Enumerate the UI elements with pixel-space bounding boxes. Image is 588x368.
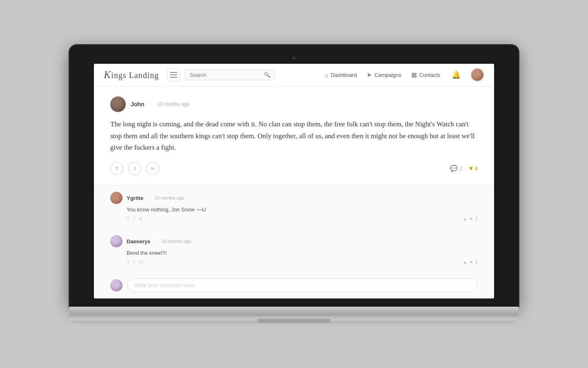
laptop-base <box>69 316 519 323</box>
twitter-share-button[interactable]: T <box>110 162 123 175</box>
post-card: John · 10 months ago The long night is c… <box>94 87 494 186</box>
daenerys-vote-count: 1 <box>475 259 478 265</box>
reaction-row: 💬 2 ♥ 4 <box>450 165 478 172</box>
campaigns-label: Campaigns <box>374 72 401 78</box>
daenerys-avatar <box>110 235 122 247</box>
ygritte-linkedin-icon[interactable]: in <box>139 216 143 222</box>
laptop-frame: Kings Landing 🔍 <box>69 45 519 323</box>
campaigns-link[interactable]: ➤ Campaigns <box>367 71 401 79</box>
hamburger-line-1 <box>170 72 177 73</box>
daenerys-twitter-icon[interactable]: T <box>127 259 129 265</box>
post-body: The long night is coming, and the dead c… <box>110 119 478 154</box>
ygritte-comment-time: 10 months ago <box>154 195 184 200</box>
contacts-icon: ▦ <box>411 71 417 79</box>
user-avatar[interactable] <box>470 68 484 82</box>
post-dot: · <box>150 101 151 107</box>
ygritte-twitter-icon[interactable]: T <box>127 216 129 222</box>
brand-name: Kings Landing <box>104 69 159 81</box>
search-container: 🔍 <box>185 70 275 80</box>
comment-header-2: Daenerys · 10 months ago <box>110 235 478 247</box>
brand-initial: K <box>104 69 111 81</box>
twitter-icon: T <box>115 166 118 172</box>
comment-item: Ygritte · 10 months ago You know nothing… <box>110 185 478 229</box>
write-comment-input[interactable] <box>127 278 478 292</box>
facebook-share-button[interactable]: f <box>128 162 141 175</box>
ygritte-upvote-button[interactable]: ▲ <box>463 216 468 221</box>
ygritte-downvote-button[interactable]: ▼ <box>469 216 473 221</box>
daenerys-comment-actions: T f in ▲ ▼ 1 <box>127 259 478 265</box>
ygritte-vote: ▲ ▼ 2 <box>463 216 478 222</box>
ygritte-facebook-icon[interactable]: f <box>134 216 135 222</box>
laptop-bottom <box>69 307 519 316</box>
daenerys-downvote-button[interactable]: ▼ <box>469 260 473 265</box>
comment-dot-1: · <box>148 195 149 201</box>
daenerys-comment-time: 10 months ago <box>162 239 192 244</box>
daenerys-facebook-icon[interactable]: f <box>134 259 135 265</box>
post-author-name: John <box>131 101 144 108</box>
write-comment-row <box>110 272 478 298</box>
comment-item: Daenerys · 10 months ago Bend the knee!!… <box>110 229 478 272</box>
hamburger-line-3 <box>170 77 177 78</box>
campaigns-icon: ➤ <box>367 71 372 79</box>
linkedin-icon: in <box>151 166 155 171</box>
heart-icon: ♥ <box>469 165 473 172</box>
ygritte-comment-text: You know nothing, Jon Snow ¬¬U <box>127 206 478 213</box>
hamburger-button[interactable] <box>167 68 180 81</box>
daenerys-vote: ▲ ▼ 1 <box>463 259 478 265</box>
navbar: Kings Landing 🔍 <box>94 64 494 87</box>
nav-links: ⌂ Dashboard ➤ Campaigns ▦ Contacts 🔔 <box>325 68 484 82</box>
app-container: Kings Landing 🔍 <box>94 64 494 299</box>
facebook-icon: f <box>134 166 136 172</box>
dashboard-label: Dashboard <box>331 72 357 78</box>
main-content: John · 10 months ago The long night is c… <box>94 87 494 299</box>
comment-bubble-icon: 💬 <box>450 165 458 172</box>
comment-count[interactable]: 💬 2 <box>450 165 463 172</box>
heart-count[interactable]: ♥ 4 <box>469 165 478 172</box>
daenerys-comment-text: Bend the knee!!!! <box>127 250 478 256</box>
screen-bezel: Kings Landing 🔍 <box>69 45 519 307</box>
post-author-avatar <box>110 96 126 112</box>
ygritte-social-icons: T f in <box>127 216 143 222</box>
camera <box>292 56 296 60</box>
post-actions: T f in 💬 <box>110 162 478 175</box>
comments-section: Ygritte · 10 months ago You know nothing… <box>94 185 494 298</box>
comment-count-value: 2 <box>459 165 463 172</box>
dashboard-link[interactable]: ⌂ Dashboard <box>325 72 357 79</box>
daenerys-social-icons: T f in <box>127 259 143 265</box>
user-avatar-image <box>471 69 483 81</box>
post-time: 10 months ago <box>157 101 189 107</box>
contacts-label: Contacts <box>419 72 440 78</box>
daenerys-linkedin-icon[interactable]: in <box>139 259 143 265</box>
ygritte-vote-count: 2 <box>475 216 478 222</box>
comment-header: Ygritte · 10 months ago <box>110 192 478 204</box>
notification-bell-icon[interactable]: 🔔 <box>452 70 461 79</box>
ygritte-comment-actions: T f in ▲ ▼ 2 <box>127 216 478 222</box>
heart-count-value: 4 <box>474 165 478 172</box>
brand-logo: Kings Landing <box>104 69 159 81</box>
daenerys-upvote-button[interactable]: ▲ <box>463 260 468 265</box>
search-input[interactable] <box>189 72 262 78</box>
dashboard-icon: ⌂ <box>325 72 328 79</box>
post-header: John · 10 months ago <box>110 96 478 112</box>
linkedin-share-button[interactable]: in <box>146 162 159 175</box>
ygritte-avatar <box>110 192 122 204</box>
comment-dot-2: · <box>156 238 157 245</box>
search-icon: 🔍 <box>264 72 270 78</box>
ygritte-name: Ygritte <box>127 195 143 201</box>
hamburger-line-2 <box>170 74 177 75</box>
post-social-icons: T f in <box>110 162 159 175</box>
current-user-avatar <box>110 279 122 292</box>
contacts-link[interactable]: ▦ Contacts <box>411 71 440 79</box>
daenerys-name: Daenerys <box>127 238 151 245</box>
laptop-screen: Kings Landing 🔍 <box>94 64 494 299</box>
